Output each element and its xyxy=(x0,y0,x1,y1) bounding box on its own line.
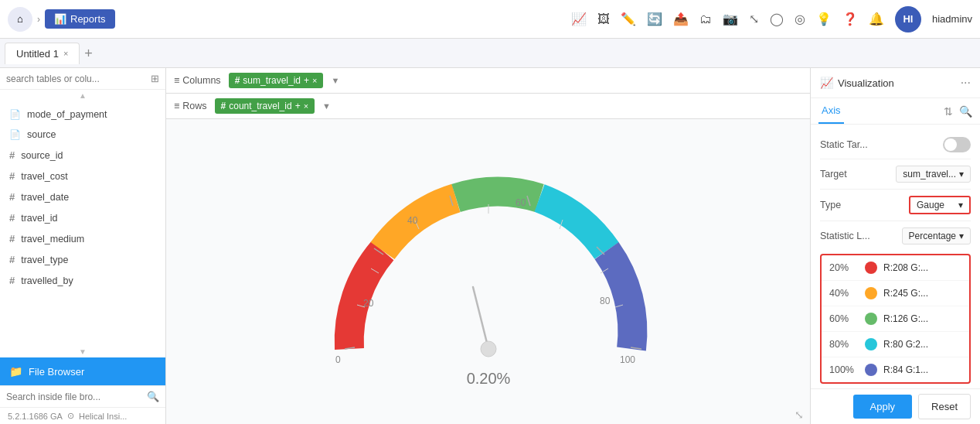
version-bar: 5.2.1.1686 GA ⊙ Helical Insi... xyxy=(0,407,165,424)
svg-text:0.20%: 0.20% xyxy=(466,370,510,387)
tab-action-icons: ⇅ 🔍 xyxy=(944,105,972,118)
avatar[interactable]: HI xyxy=(895,6,921,32)
apply-button[interactable]: Apply xyxy=(853,395,913,419)
sidebar-item-travel_medium[interactable]: # travel_medium xyxy=(0,228,165,249)
color-row-40[interactable]: 40% R:245 G:... xyxy=(822,281,969,306)
folder-icon: 📁 xyxy=(9,365,22,378)
type-row: Type Gauge ▾ xyxy=(820,190,971,221)
grid-view-icon[interactable]: ⊞ xyxy=(151,73,159,84)
color-row-20[interactable]: 20% R:208 G:... xyxy=(822,255,969,281)
columns-label: ≡ Columns xyxy=(174,75,221,86)
tab-close-button[interactable]: × xyxy=(63,49,68,58)
rows-dropdown-arrow[interactable]: ▼ xyxy=(322,101,331,111)
reset-button[interactable]: Reset xyxy=(918,394,971,419)
edit-icon[interactable]: ✏️ xyxy=(621,12,636,26)
camera-icon[interactable]: 📷 xyxy=(723,12,738,26)
refresh-icon[interactable]: 🔄 xyxy=(647,12,662,26)
username[interactable]: hiadminv xyxy=(932,13,972,25)
plus-icon: + xyxy=(304,75,309,86)
hash-icon: # xyxy=(9,149,15,161)
sidebar-item-label: source_id xyxy=(21,150,63,161)
tag-close-button[interactable]: × xyxy=(312,76,317,85)
color-code: R:245 G:... xyxy=(883,288,961,299)
expand-icon[interactable]: ⤡ xyxy=(749,12,759,26)
viz-title-label: Visualization xyxy=(838,77,894,89)
tab-axis[interactable]: Axis xyxy=(818,98,844,124)
bottom-bar: Apply Reset xyxy=(811,388,980,424)
type-label: Type xyxy=(820,200,841,210)
image-icon[interactable]: 🖼 xyxy=(597,12,610,26)
search-file-input[interactable] xyxy=(6,392,142,402)
right-panel-header: 📈 Visualization ··· xyxy=(811,68,980,98)
home-button[interactable]: ⌂ xyxy=(8,7,32,32)
settings-section: Static Tar... Target sum_travel... ▾ Typ… xyxy=(811,125,980,249)
more-options-button[interactable]: ··· xyxy=(961,76,971,90)
search-file-icon[interactable]: 🔍 xyxy=(147,391,159,402)
statistic-label: Statistic L... xyxy=(820,231,870,241)
target-value: sum_travel... xyxy=(903,169,956,180)
nav-icon-group: 📈 🖼 ✏️ 🔄 📤 🗂 📷 ⤡ ◯ ◎ 💡 ❓ 🔔 HI hiadminv xyxy=(571,6,972,32)
help-icon[interactable]: ❓ xyxy=(842,12,858,26)
sidebar-item-mode_of_payment[interactable]: 📄 mode_of_payment xyxy=(0,104,165,125)
sidebar-item-travelled_by[interactable]: # travelled_by xyxy=(0,270,165,291)
search-icon[interactable]: 🔍 xyxy=(959,105,972,118)
sort-icon[interactable]: ⇅ xyxy=(944,105,953,118)
tag-close-button[interactable]: × xyxy=(304,101,308,111)
hash-icon: # xyxy=(9,170,15,182)
breadcrumb-chevron: › xyxy=(37,14,40,25)
add-tab-button[interactable]: + xyxy=(84,46,93,60)
rows-icon: ≡ xyxy=(174,101,179,111)
hash-icon: # xyxy=(9,254,15,265)
sidebar-list: 📄 mode_of_payment 📄 source # source_id #… xyxy=(0,101,165,346)
bulb-icon[interactable]: 💡 xyxy=(816,12,832,26)
static-target-toggle[interactable] xyxy=(943,137,971,152)
file-browser-label: File Browser xyxy=(29,366,84,378)
hash-icon: # xyxy=(235,75,240,86)
sidebar-item-travel_type[interactable]: # travel_type xyxy=(0,249,165,270)
sidebar-item-source[interactable]: 📄 source xyxy=(0,125,165,145)
tab-label: Untitled 1 xyxy=(16,48,59,60)
target-dropdown[interactable]: sum_travel... ▾ xyxy=(896,166,971,183)
tab-untitled1[interactable]: Untitled 1 × xyxy=(5,43,80,64)
sidebar-item-travel_date[interactable]: # travel_date xyxy=(0,186,165,207)
file-browser-item[interactable]: 📁 File Browser xyxy=(0,357,165,385)
svg-text:80: 80 xyxy=(600,296,611,306)
sidebar-item-label: travel_date xyxy=(21,192,69,203)
table-icon[interactable]: 🗂 xyxy=(699,12,712,26)
statistic-dropdown[interactable]: Percentage ▾ xyxy=(902,227,971,244)
reports-button[interactable]: 📊 Reports xyxy=(45,9,115,29)
top-nav: ⌂ › 📊 Reports 📈 🖼 ✏️ 🔄 📤 🗂 📷 ⤡ ◯ ◎ 💡 ❓ 🔔… xyxy=(0,0,980,39)
expand-chart-icon[interactable]: ⤡ xyxy=(795,409,804,421)
search-file-bar: 🔍 xyxy=(0,385,165,407)
color-dot-red xyxy=(865,262,877,274)
sum-travel-id-tag[interactable]: # sum_travel_id + × xyxy=(229,73,324,88)
color-row-80[interactable]: 80% R:80 G:2... xyxy=(822,332,969,357)
home-icon: ⌂ xyxy=(17,13,23,25)
color-row-100[interactable]: 100% R:84 G:1... xyxy=(822,357,969,382)
tab-bar: Untitled 1 × + xyxy=(0,39,980,68)
sidebar-item-travel_cost[interactable]: # travel_cost xyxy=(0,166,165,186)
circle-dot-icon[interactable]: ◎ xyxy=(795,12,805,26)
main-content: ⊞ ▲ 📄 mode_of_payment 📄 source # source_… xyxy=(0,68,980,424)
helical-label: Helical Insi... xyxy=(79,412,127,421)
sidebar-item-label: travel_type xyxy=(21,255,68,265)
right-tab-bar: Axis ⇅ 🔍 xyxy=(811,98,980,125)
hash-icon: # xyxy=(9,275,15,286)
columns-dropdown-arrow[interactable]: ▼ xyxy=(331,76,339,85)
type-dropdown[interactable]: Gauge ▾ xyxy=(909,196,971,214)
sidebar-item-label: travel_medium xyxy=(21,234,84,244)
statistic-label-row: Statistic L... Percentage ▾ xyxy=(820,221,971,249)
circle-icon[interactable]: ◯ xyxy=(770,12,784,26)
color-pct-label: 80% xyxy=(829,339,859,350)
sidebar-item-source_id[interactable]: # source_id xyxy=(0,145,165,166)
color-code: R:126 G:... xyxy=(883,313,961,324)
color-dot-green xyxy=(865,313,877,325)
line-chart-icon[interactable]: 📈 xyxy=(571,12,587,26)
count-travel-id-tag[interactable]: # count_travel_id + × xyxy=(215,98,315,114)
sidebar-item-travel_id[interactable]: # travel_id xyxy=(0,207,165,228)
row-tag-label: count_travel_id xyxy=(229,101,291,111)
notification-icon[interactable]: 🔔 xyxy=(869,12,884,26)
search-input[interactable] xyxy=(6,74,146,84)
color-row-60[interactable]: 60% R:126 G:... xyxy=(822,306,969,332)
share-icon[interactable]: 📤 xyxy=(673,12,689,26)
